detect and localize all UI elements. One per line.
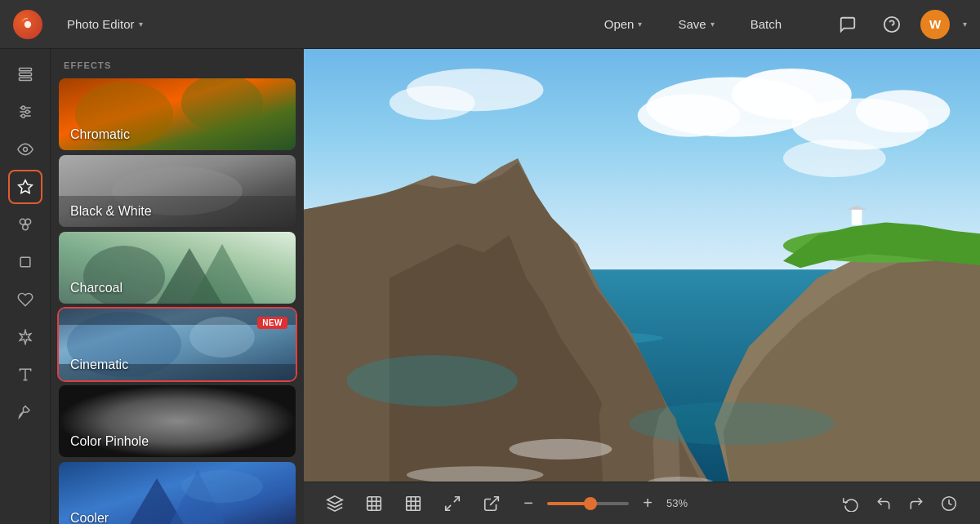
effect-item-charcoal[interactable]: Charcoal [59,232,296,304]
brush-tool[interactable] [8,395,42,429]
app-title-chevron: ▾ [139,20,143,29]
open-label: Open [604,17,635,31]
expand-btn[interactable] [438,489,467,518]
svg-line-84 [446,504,451,509]
effect-label-cinematic: Cinematic [70,357,128,372]
svg-marker-72 [327,495,342,503]
svg-point-40 [181,470,263,503]
effect-label-color-pinhole: Color Pinhole [70,434,149,449]
batch-label: Batch [751,17,782,31]
effects-panel: EFFECTS Chromatic [51,49,304,524]
undo-redo-group [836,489,964,518]
effect-item-cinematic[interactable]: Cinematic NEW [59,309,296,380]
canvas-image [304,49,980,482]
effects-list: Chromatic Black & White [51,78,304,524]
frame-btn[interactable] [359,489,389,518]
effects-section-label: EFFECTS [51,49,304,78]
svg-point-0 [24,20,31,27]
svg-rect-3 [19,69,31,71]
svg-point-70 [346,355,518,406]
grid-btn[interactable] [399,489,428,518]
svg-point-47 [638,94,741,136]
main-area: EFFECTS Chromatic [0,49,980,524]
svg-point-49 [856,90,950,132]
svg-line-83 [454,496,459,501]
user-avatar[interactable]: W [920,10,950,39]
app-logo[interactable] [13,10,42,39]
zoom-slider[interactable] [547,502,629,505]
redo-btn[interactable] [902,489,931,518]
chat-icon-button[interactable] [832,9,863,40]
svg-point-9 [21,106,24,109]
svg-point-14 [20,219,25,224]
save-chevron: ▾ [710,20,715,29]
svg-rect-63 [852,210,862,225]
svg-point-51 [390,86,475,120]
effect-item-cooler[interactable]: Cooler [59,462,296,524]
svg-point-10 [25,110,29,113]
adjustments-tool[interactable] [8,95,42,129]
batch-button[interactable]: Batch [739,12,793,36]
app-title-button[interactable]: Photo Editor ▾ [56,12,154,36]
save-label: Save [678,17,706,31]
crop-tool[interactable] [8,245,42,279]
canvas-view[interactable] [304,49,980,482]
rotate-btn[interactable] [836,489,866,518]
left-toolbar [0,49,51,524]
svg-point-12 [23,148,27,152]
effect-label-cooler: Cooler [70,511,109,524]
effect-item-color-pinhole[interactable]: Color Pinhole [59,385,296,457]
svg-point-67 [510,439,612,460]
effect-label-black-white: Black & White [70,204,152,219]
text-tool[interactable] [8,357,42,392]
heart-tool[interactable] [8,282,42,317]
svg-point-35 [189,317,255,357]
svg-rect-78 [407,496,421,510]
zoom-out-button[interactable]: − [516,491,541,516]
svg-point-71 [629,402,835,445]
svg-point-52 [783,140,886,177]
effect-item-chromatic[interactable]: Chromatic [59,78,296,150]
svg-rect-17 [20,257,30,267]
header: Photo Editor ▾ Open ▾ Save ▾ Batch W ▾ [0,0,980,49]
svg-marker-18 [20,331,30,344]
cinematic-new-badge: NEW [257,317,287,329]
svg-rect-4 [19,73,31,75]
zoom-value: 53% [666,497,699,509]
starburst-tool[interactable] [8,320,42,354]
canvas-area: − + 53% [304,49,980,524]
svg-point-15 [25,219,31,224]
layers-bottom-btn[interactable] [320,489,350,518]
undo-btn[interactable] [869,489,898,518]
layers-tool[interactable] [8,57,42,91]
help-icon-button[interactable] [876,9,907,40]
svg-line-85 [490,496,498,504]
external-btn[interactable] [477,489,506,518]
svg-rect-5 [19,78,31,80]
open-button[interactable]: Open ▾ [593,12,654,36]
effect-item-black-white[interactable]: Black & White [59,155,296,227]
app-title-label: Photo Editor [67,17,135,31]
history-btn[interactable] [934,489,964,518]
svg-rect-73 [368,496,381,510]
effects-tool[interactable] [8,207,42,242]
zoom-controls: − + 53% [516,491,699,516]
effect-label-chromatic: Chromatic [70,127,130,142]
svg-point-11 [21,114,24,118]
svg-marker-13 [18,180,32,193]
eye-tool[interactable] [8,132,42,167]
save-button[interactable]: Save ▾ [666,12,725,36]
bottom-toolbar: − + 53% [304,482,980,524]
user-chevron[interactable]: ▾ [963,20,967,29]
svg-point-16 [22,224,28,230]
open-chevron: ▾ [638,20,642,29]
effect-label-charcoal: Charcoal [70,281,122,295]
favorites-tool[interactable] [8,170,42,204]
zoom-in-button[interactable]: + [635,491,660,516]
